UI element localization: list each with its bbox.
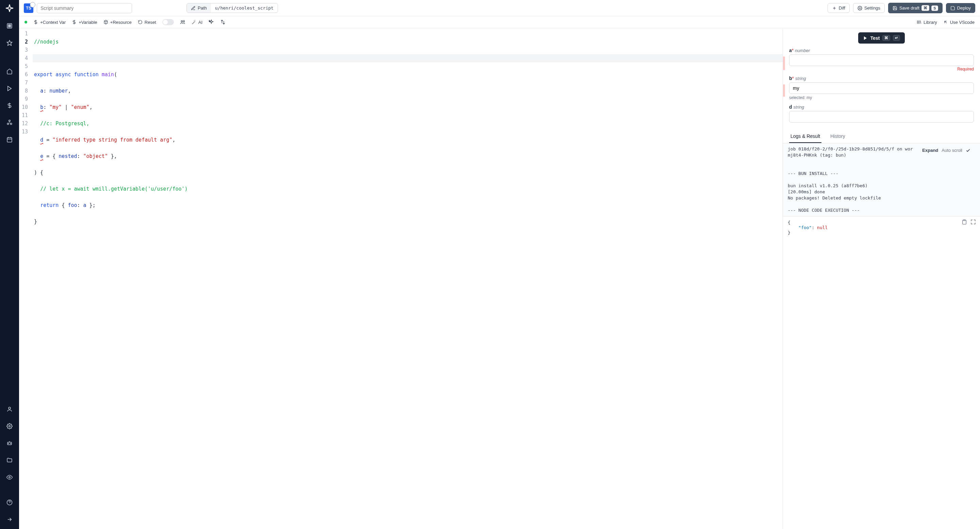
- sidebar-star-icon[interactable]: [3, 37, 16, 49]
- sidebar-workers-icon[interactable]: [3, 437, 16, 449]
- svg-marker-5: [7, 40, 12, 46]
- param-d-label: dstring: [789, 104, 974, 110]
- svg-rect-3: [8, 26, 9, 27]
- resource-button[interactable]: +Resource: [103, 20, 132, 25]
- svg-point-26: [183, 21, 185, 22]
- sidebar-settings-icon[interactable]: [3, 420, 16, 432]
- error-indicator: [783, 84, 785, 97]
- error-indicator: [783, 56, 785, 70]
- params-form: a*number Required b*string selected: my …: [783, 46, 980, 130]
- sidebar-user-icon[interactable]: [3, 403, 16, 415]
- deploy-button[interactable]: Deploy: [946, 3, 975, 13]
- ai-button[interactable]: AI: [192, 20, 202, 25]
- result-tabs: Logs & Result History: [783, 130, 980, 143]
- svg-marker-6: [8, 86, 11, 91]
- kbd-cmd: ⌘: [921, 5, 929, 11]
- wand-icon: [192, 20, 196, 24]
- expand-button[interactable]: Expand: [922, 147, 938, 153]
- test-button[interactable]: Test ⌘ ↵: [858, 32, 905, 43]
- variable-button[interactable]: +Variable: [72, 20, 97, 25]
- sidebar-home-icon[interactable]: [3, 65, 16, 78]
- code-editor[interactable]: 12345678910111213 //nodejs export async …: [19, 28, 783, 529]
- dollar-icon: [33, 20, 38, 24]
- plus-icon: [832, 6, 837, 11]
- param-a-label: a*number: [789, 48, 974, 53]
- save-draft-button[interactable]: Save draft ⌘ S: [888, 3, 943, 13]
- editor-toolbar: +Context Var +Variable +Resource Reset A…: [19, 16, 980, 28]
- param-b-input[interactable]: [789, 82, 974, 94]
- tab-logs[interactable]: Logs & Result: [789, 130, 821, 143]
- gear-icon: [858, 6, 862, 11]
- typescript-badge: TS: [24, 3, 33, 13]
- save-icon: [892, 6, 897, 11]
- param-d-input[interactable]: [789, 111, 974, 123]
- param-b-label: b*string: [789, 76, 974, 81]
- log-output: Expand Auto scroll job 018d/f20-2/f0-/25…: [783, 143, 980, 216]
- settings-button[interactable]: Settings: [853, 3, 885, 13]
- status-dot: [24, 21, 27, 24]
- svg-point-15: [9, 425, 11, 427]
- svg-point-14: [8, 407, 11, 409]
- diff-button[interactable]: Diff: [827, 3, 850, 13]
- script-summary-input[interactable]: [37, 3, 132, 13]
- logs-panel: Expand Auto scroll job 018d/f20-2/f0-/25…: [783, 143, 980, 529]
- external-icon: [943, 20, 948, 24]
- deploy-icon: [950, 6, 955, 11]
- sidebar-collapse-icon[interactable]: [3, 513, 16, 526]
- windmill-logo[interactable]: [5, 3, 14, 13]
- param-b-hint: selected: my: [789, 95, 974, 100]
- cube-icon: [103, 20, 108, 24]
- path-label: Path: [187, 3, 211, 13]
- library-button[interactable]: Library: [917, 20, 937, 25]
- svg-point-20: [9, 476, 11, 478]
- svg-point-25: [181, 21, 182, 22]
- sidebar-resources-icon[interactable]: [3, 116, 16, 129]
- reset-icon: [138, 20, 143, 24]
- svg-point-18: [10, 443, 11, 444]
- kbd-s: S: [931, 5, 938, 11]
- sidebar-runs-icon[interactable]: [3, 82, 16, 95]
- svg-rect-4: [10, 26, 11, 27]
- svg-point-24: [859, 8, 861, 9]
- play-icon: [863, 36, 868, 40]
- kbd-cmd: ⌘: [882, 35, 890, 41]
- check-icon[interactable]: [966, 148, 970, 153]
- svg-rect-32: [963, 220, 965, 221]
- autoscroll-label: Auto scroll: [942, 147, 962, 153]
- sidebar-help-icon[interactable]: [3, 496, 16, 508]
- sidebar-folders-icon[interactable]: [3, 454, 16, 466]
- tab-history[interactable]: History: [829, 130, 846, 143]
- line-gutter: 12345678910111213: [19, 28, 33, 529]
- pencil-icon: [191, 6, 196, 11]
- svg-line-30: [920, 21, 921, 24]
- app-sidebar: [0, 0, 19, 529]
- context-var-button[interactable]: +Context Var: [33, 20, 66, 25]
- result-output: { "foo": null }: [783, 216, 980, 529]
- svg-rect-10: [7, 137, 12, 142]
- library-icon: [917, 20, 921, 24]
- toggle-switch[interactable]: [162, 19, 174, 25]
- dollar-icon: [72, 20, 76, 24]
- sidebar-schedules-icon[interactable]: [3, 134, 16, 146]
- format-icon[interactable]: [220, 19, 226, 25]
- param-a-input[interactable]: [789, 54, 974, 66]
- svg-point-7: [9, 120, 11, 122]
- vscode-button[interactable]: Use VScode: [943, 20, 975, 25]
- code-content: //nodejs export async function main( a: …: [33, 28, 783, 529]
- svg-point-17: [8, 443, 9, 444]
- path-selector[interactable]: Path u/henri/coolest_script: [186, 3, 278, 13]
- sidebar-eye-icon[interactable]: [3, 471, 16, 483]
- param-a-error: Required: [789, 67, 974, 72]
- clipboard-icon[interactable]: [962, 219, 967, 225]
- expand-icon[interactable]: [970, 219, 976, 225]
- users-icon[interactable]: [180, 19, 185, 25]
- sidebar-scripts-icon[interactable]: [3, 20, 16, 32]
- svg-rect-1: [8, 24, 9, 25]
- sparkle-icon[interactable]: [208, 19, 214, 25]
- topbar: TS Path u/henri/coolest_script Diff Sett…: [19, 0, 980, 16]
- reset-button[interactable]: Reset: [138, 20, 156, 25]
- sidebar-variables-icon[interactable]: [3, 99, 16, 112]
- path-value: u/henri/coolest_script: [211, 3, 278, 13]
- kbd-enter: ↵: [893, 35, 900, 41]
- svg-marker-31: [864, 36, 867, 40]
